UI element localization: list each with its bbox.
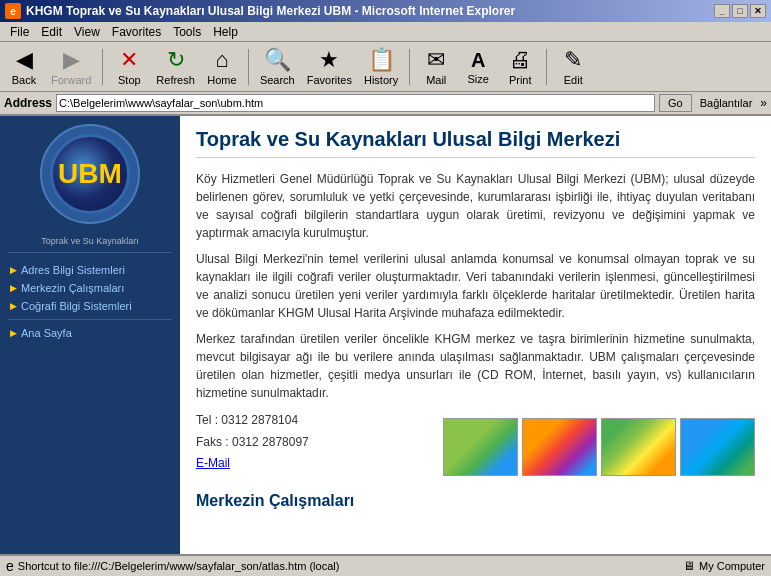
ie-icon: e bbox=[5, 3, 21, 19]
sidebar-item-label-anasayfa: Ana Sayfa bbox=[21, 327, 72, 339]
search-button[interactable]: 🔍 Search bbox=[255, 45, 300, 89]
forward-label: Forward bbox=[51, 74, 91, 86]
map-image-1 bbox=[443, 418, 518, 476]
favorites-icon: ★ bbox=[319, 47, 339, 73]
title-bar-buttons[interactable]: _ □ ✕ bbox=[714, 4, 766, 18]
menu-view[interactable]: View bbox=[68, 24, 106, 40]
map-image-2 bbox=[522, 418, 597, 476]
maximize-button[interactable]: □ bbox=[732, 4, 748, 18]
size-label: Size bbox=[468, 73, 489, 85]
contact-info: Tel : 0312 2878104 Faks : 0312 2878097 E… bbox=[196, 410, 427, 476]
history-label: History bbox=[364, 74, 398, 86]
back-icon: ◀ bbox=[16, 47, 33, 73]
title-bar-left: e KHGM Toprak ve Su Kaynakları Ulusal Bi… bbox=[5, 3, 515, 19]
main-area: UBM Toprak ve Su Kaynakları ▶ Adres Bilg… bbox=[0, 116, 771, 554]
go-button[interactable]: Go bbox=[659, 94, 692, 112]
mail-icon: ✉ bbox=[427, 47, 445, 73]
search-label: Search bbox=[260, 74, 295, 86]
favorites-button[interactable]: ★ Favorites bbox=[302, 45, 357, 89]
print-button[interactable]: 🖨 Print bbox=[500, 45, 540, 89]
email-link: E-Mail bbox=[196, 453, 427, 475]
minimize-button[interactable]: _ bbox=[714, 4, 730, 18]
nav-arrow-icon-2: ▶ bbox=[10, 283, 17, 293]
address-bar: Address Go Bağlantılar » bbox=[0, 92, 771, 116]
sidebar-item-label-merkez: Merkezin Çalışmaları bbox=[21, 282, 124, 294]
paragraph-3: Merkez tarafından üretilen veriler öncel… bbox=[196, 330, 755, 402]
menu-edit[interactable]: Edit bbox=[35, 24, 68, 40]
section-title: Merkezin Çalışmaları bbox=[196, 492, 755, 510]
address-label: Address bbox=[4, 96, 52, 110]
paragraph-1: Köy Hizmetleri Genel Müdürlüğü Toprak ve… bbox=[196, 170, 755, 242]
menu-favorites[interactable]: Favorites bbox=[106, 24, 167, 40]
sidebar-item-label-adres: Adres Bilgi Sistemleri bbox=[21, 264, 125, 276]
forward-button[interactable]: ▶ Forward bbox=[46, 45, 96, 89]
computer-icon: 🖥 bbox=[683, 559, 695, 573]
edit-icon: ✎ bbox=[564, 47, 582, 73]
sidebar-subtitle: Toprak ve Su Kaynakları bbox=[8, 236, 172, 248]
print-label: Print bbox=[509, 74, 532, 86]
mail-label: Mail bbox=[426, 74, 446, 86]
sidebar-logo: UBM bbox=[40, 124, 140, 224]
links-label[interactable]: Bağlantılar bbox=[696, 97, 757, 109]
history-button[interactable]: 📋 History bbox=[359, 45, 403, 89]
title-text: KHGM Toprak ve Su Kaynakları Ulusal Bilg… bbox=[26, 4, 515, 18]
home-label: Home bbox=[207, 74, 236, 86]
stop-icon: ✕ bbox=[120, 47, 138, 73]
toolbar-sep-3 bbox=[409, 49, 410, 85]
status-ie-icon: e bbox=[6, 558, 14, 574]
stop-label: Stop bbox=[118, 74, 141, 86]
home-icon: ⌂ bbox=[215, 47, 228, 73]
map-image-4 bbox=[680, 418, 755, 476]
sidebar: UBM Toprak ve Su Kaynakları ▶ Adres Bilg… bbox=[0, 116, 180, 554]
menu-tools[interactable]: Tools bbox=[167, 24, 207, 40]
edit-label: Edit bbox=[564, 74, 583, 86]
sidebar-item-merkez[interactable]: ▶ Merkezin Çalışmaları bbox=[8, 279, 172, 297]
map-image-3 bbox=[601, 418, 676, 476]
sidebar-divider-1 bbox=[8, 252, 172, 253]
search-icon: 🔍 bbox=[264, 47, 291, 73]
favorites-label: Favorites bbox=[307, 74, 352, 86]
size-button[interactable]: A Size bbox=[458, 45, 498, 89]
status-right-text: My Computer bbox=[699, 560, 765, 572]
stop-button[interactable]: ✕ Stop bbox=[109, 45, 149, 89]
menu-bar: File Edit View Favorites Tools Help bbox=[0, 22, 771, 42]
back-label: Back bbox=[12, 74, 36, 86]
address-input[interactable] bbox=[56, 94, 655, 112]
status-bar: e Shortcut to file:///C:/Belgelerim/www/… bbox=[0, 554, 771, 576]
toolbar-sep-1 bbox=[102, 49, 103, 85]
logo-ubm: UBM bbox=[50, 134, 130, 214]
refresh-button[interactable]: ↻ Refresh bbox=[151, 45, 200, 89]
map-images bbox=[443, 410, 755, 476]
nav-arrow-icon-4: ▶ bbox=[10, 328, 17, 338]
sidebar-item-adres[interactable]: ▶ Adres Bilgi Sistemleri bbox=[8, 261, 172, 279]
menu-file[interactable]: File bbox=[4, 24, 35, 40]
toolbar-sep-4 bbox=[546, 49, 547, 85]
refresh-icon: ↻ bbox=[167, 47, 185, 73]
sidebar-nav: ▶ Adres Bilgi Sistemleri ▶ Merkezin Çalı… bbox=[8, 261, 172, 342]
toolbar: ◀ Back ▶ Forward ✕ Stop ↻ Refresh ⌂ Home… bbox=[0, 42, 771, 92]
tel: Tel : 0312 2878104 bbox=[196, 410, 427, 432]
toolbar-sep-2 bbox=[248, 49, 249, 85]
status-right: 🖥 My Computer bbox=[683, 559, 765, 573]
sidebar-divider-2 bbox=[8, 319, 172, 320]
page-title: Toprak ve Su Kaynakları Ulusal Bilgi Mer… bbox=[196, 128, 755, 158]
home-button[interactable]: ⌂ Home bbox=[202, 45, 242, 89]
status-text: Shortcut to file:///C:/Belgelerim/www/sa… bbox=[18, 560, 679, 572]
edit-button[interactable]: ✎ Edit bbox=[553, 45, 593, 89]
forward-icon: ▶ bbox=[63, 47, 80, 73]
links-arrow-icon: » bbox=[760, 96, 767, 110]
content-area: Toprak ve Su Kaynakları Ulusal Bilgi Mer… bbox=[180, 116, 771, 554]
mail-button[interactable]: ✉ Mail bbox=[416, 45, 456, 89]
back-button[interactable]: ◀ Back bbox=[4, 45, 44, 89]
sidebar-item-cografi[interactable]: ▶ Coğrafi Bilgi Sistemleri bbox=[8, 297, 172, 315]
history-icon: 📋 bbox=[368, 47, 395, 73]
title-bar: e KHGM Toprak ve Su Kaynakları Ulusal Bi… bbox=[0, 0, 771, 22]
menu-help[interactable]: Help bbox=[207, 24, 244, 40]
sidebar-item-label-cografi: Coğrafi Bilgi Sistemleri bbox=[21, 300, 132, 312]
map-image-row bbox=[443, 418, 755, 476]
nav-arrow-icon-3: ▶ bbox=[10, 301, 17, 311]
close-button[interactable]: ✕ bbox=[750, 4, 766, 18]
email-label[interactable]: E-Mail bbox=[196, 456, 230, 470]
print-icon: 🖨 bbox=[509, 47, 531, 73]
sidebar-item-anasayfa[interactable]: ▶ Ana Sayfa bbox=[8, 324, 172, 342]
